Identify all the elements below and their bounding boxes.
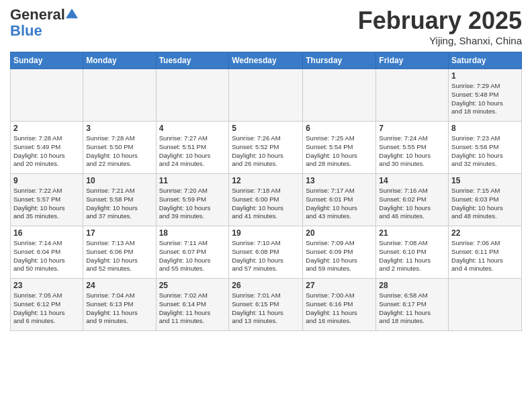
day-cell: 8Sunrise: 7:23 AM Sunset: 5:56 PM Daylig… [449, 122, 522, 174]
day-info: Sunrise: 7:14 AM Sunset: 6:04 PM Dayligh… [13, 239, 80, 273]
day-number: 15 [451, 176, 519, 185]
day-number: 1 [451, 71, 519, 81]
day-number: 16 [13, 228, 80, 238]
day-cell: 19Sunrise: 7:10 AM Sunset: 6:08 PM Dayli… [229, 226, 303, 279]
day-cell: 23Sunrise: 7:05 AM Sunset: 6:12 PM Dayli… [11, 279, 83, 331]
header-saturday: Saturday [449, 52, 522, 69]
day-cell: 4Sunrise: 7:27 AM Sunset: 5:51 PM Daylig… [156, 122, 229, 174]
calendar-body: 1Sunrise: 7:29 AM Sunset: 5:48 PM Daylig… [11, 69, 522, 331]
day-info: Sunrise: 7:27 AM Sunset: 5:51 PM Dayligh… [159, 134, 226, 169]
day-cell: 3Sunrise: 7:28 AM Sunset: 5:50 PM Daylig… [83, 122, 156, 174]
day-info: Sunrise: 7:06 AM Sunset: 6:11 PM Dayligh… [451, 239, 519, 273]
day-info: Sunrise: 7:29 AM Sunset: 5:48 PM Dayligh… [451, 82, 519, 116]
logo: General Blue [10, 7, 78, 39]
day-cell: 7Sunrise: 7:24 AM Sunset: 5:55 PM Daylig… [376, 122, 449, 174]
week-row-1: 2Sunrise: 7:28 AM Sunset: 5:49 PM Daylig… [11, 122, 522, 174]
day-number: 9 [13, 176, 80, 185]
day-info: Sunrise: 7:09 AM Sunset: 6:09 PM Dayligh… [306, 239, 373, 273]
day-number: 14 [379, 176, 445, 185]
header-tuesday: Tuesday [156, 52, 229, 69]
day-info: Sunrise: 7:15 AM Sunset: 6:03 PM Dayligh… [451, 187, 519, 221]
day-cell [376, 69, 449, 122]
day-cell: 21Sunrise: 7:08 AM Sunset: 6:10 PM Dayli… [376, 226, 449, 279]
header-wednesday: Wednesday [229, 52, 303, 69]
header-monday: Monday [83, 52, 156, 69]
day-number: 11 [159, 176, 226, 185]
header-row: Sunday Monday Tuesday Wednesday Thursday… [11, 52, 522, 69]
day-cell: 16Sunrise: 7:14 AM Sunset: 6:04 PM Dayli… [11, 226, 83, 279]
day-number: 24 [86, 281, 152, 290]
day-info: Sunrise: 7:16 AM Sunset: 6:02 PM Dayligh… [379, 187, 445, 221]
day-cell: 28Sunrise: 6:58 AM Sunset: 6:17 PM Dayli… [376, 279, 449, 331]
day-number: 21 [379, 228, 445, 238]
day-cell: 10Sunrise: 7:21 AM Sunset: 5:58 PM Dayli… [83, 174, 156, 226]
day-info: Sunrise: 7:11 AM Sunset: 6:07 PM Dayligh… [159, 239, 226, 273]
day-number: 26 [232, 281, 300, 290]
day-cell: 9Sunrise: 7:22 AM Sunset: 5:57 PM Daylig… [11, 174, 83, 226]
day-number: 20 [306, 228, 373, 238]
day-cell [156, 69, 229, 122]
day-info: Sunrise: 7:05 AM Sunset: 6:12 PM Dayligh… [13, 291, 80, 326]
week-row-0: 1Sunrise: 7:29 AM Sunset: 5:48 PM Daylig… [11, 69, 522, 122]
day-cell: 24Sunrise: 7:04 AM Sunset: 6:13 PM Dayli… [83, 279, 156, 331]
day-info: Sunrise: 7:08 AM Sunset: 6:10 PM Dayligh… [379, 239, 445, 273]
day-cell: 1Sunrise: 7:29 AM Sunset: 5:48 PM Daylig… [449, 69, 522, 122]
day-number: 2 [13, 124, 80, 133]
day-number: 13 [306, 176, 373, 185]
day-number: 8 [451, 124, 519, 133]
day-number: 28 [379, 281, 445, 290]
week-row-3: 16Sunrise: 7:14 AM Sunset: 6:04 PM Dayli… [11, 226, 522, 279]
day-cell [303, 69, 376, 122]
day-number: 6 [306, 124, 373, 133]
day-cell: 27Sunrise: 7:00 AM Sunset: 6:16 PM Dayli… [303, 279, 376, 331]
logo-text: General Blue [10, 7, 78, 39]
day-info: Sunrise: 7:02 AM Sunset: 6:14 PM Dayligh… [159, 291, 226, 326]
day-info: Sunrise: 7:28 AM Sunset: 5:49 PM Dayligh… [13, 134, 80, 169]
day-number: 10 [86, 176, 152, 185]
day-info: Sunrise: 7:01 AM Sunset: 6:15 PM Dayligh… [232, 291, 300, 326]
logo-icon [66, 7, 78, 19]
day-cell: 2Sunrise: 7:28 AM Sunset: 5:49 PM Daylig… [11, 122, 83, 174]
day-number: 27 [306, 281, 373, 290]
day-cell: 5Sunrise: 7:26 AM Sunset: 5:52 PM Daylig… [229, 122, 303, 174]
header-thursday: Thursday [303, 52, 376, 69]
day-cell: 22Sunrise: 7:06 AM Sunset: 6:11 PM Dayli… [449, 226, 522, 279]
day-number: 12 [232, 176, 300, 185]
day-info: Sunrise: 7:18 AM Sunset: 6:00 PM Dayligh… [232, 187, 300, 221]
day-cell [449, 279, 522, 331]
day-info: Sunrise: 7:13 AM Sunset: 6:06 PM Dayligh… [86, 239, 152, 273]
day-info: Sunrise: 7:23 AM Sunset: 5:56 PM Dayligh… [451, 134, 519, 169]
day-number: 19 [232, 228, 300, 238]
day-cell: 26Sunrise: 7:01 AM Sunset: 6:15 PM Dayli… [229, 279, 303, 331]
day-info: Sunrise: 7:20 AM Sunset: 5:59 PM Dayligh… [159, 187, 226, 221]
header: General Blue February 2025 Yijing, Shanx… [10, 7, 522, 46]
day-number: 25 [159, 281, 226, 290]
day-info: Sunrise: 7:00 AM Sunset: 6:16 PM Dayligh… [306, 291, 373, 326]
day-info: Sunrise: 6:58 AM Sunset: 6:17 PM Dayligh… [379, 291, 445, 326]
day-number: 4 [159, 124, 226, 133]
day-cell: 6Sunrise: 7:25 AM Sunset: 5:54 PM Daylig… [303, 122, 376, 174]
day-number: 23 [13, 281, 80, 290]
calendar-table: Sunday Monday Tuesday Wednesday Thursday… [10, 52, 522, 331]
day-number: 17 [86, 228, 152, 238]
day-cell [83, 69, 156, 122]
header-friday: Friday [376, 52, 449, 69]
main-title: February 2025 [358, 7, 522, 35]
day-info: Sunrise: 7:17 AM Sunset: 6:01 PM Dayligh… [306, 187, 373, 221]
day-cell: 13Sunrise: 7:17 AM Sunset: 6:01 PM Dayli… [303, 174, 376, 226]
day-cell [229, 69, 303, 122]
header-sunday: Sunday [11, 52, 83, 69]
day-cell: 12Sunrise: 7:18 AM Sunset: 6:00 PM Dayli… [229, 174, 303, 226]
day-cell [11, 69, 83, 122]
day-cell: 11Sunrise: 7:20 AM Sunset: 5:59 PM Dayli… [156, 174, 229, 226]
day-info: Sunrise: 7:26 AM Sunset: 5:52 PM Dayligh… [232, 134, 300, 169]
svg-marker-0 [66, 9, 78, 18]
week-row-2: 9Sunrise: 7:22 AM Sunset: 5:57 PM Daylig… [11, 174, 522, 226]
day-info: Sunrise: 7:25 AM Sunset: 5:54 PM Dayligh… [306, 134, 373, 169]
day-info: Sunrise: 7:24 AM Sunset: 5:55 PM Dayligh… [379, 134, 445, 169]
day-number: 7 [379, 124, 445, 133]
day-info: Sunrise: 7:22 AM Sunset: 5:57 PM Dayligh… [13, 187, 80, 221]
day-info: Sunrise: 7:21 AM Sunset: 5:58 PM Dayligh… [86, 187, 152, 221]
day-cell: 17Sunrise: 7:13 AM Sunset: 6:06 PM Dayli… [83, 226, 156, 279]
day-cell: 14Sunrise: 7:16 AM Sunset: 6:02 PM Dayli… [376, 174, 449, 226]
